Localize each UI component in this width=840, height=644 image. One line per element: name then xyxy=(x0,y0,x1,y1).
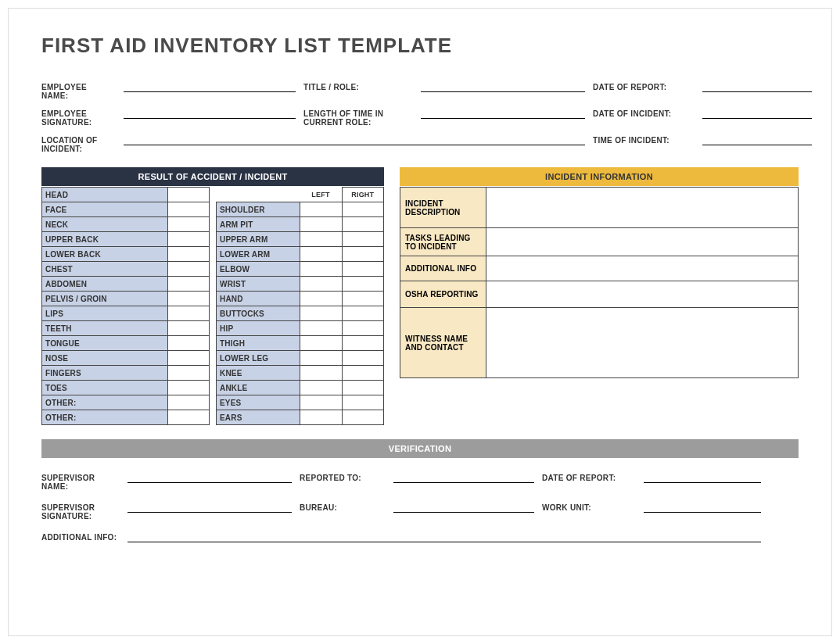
body-part-check[interactable] xyxy=(167,217,210,232)
body-part-left-check[interactable] xyxy=(300,202,343,217)
incident-info-table: INCIDENT DESCRIPTIONTASKS LEADING TO INC… xyxy=(400,187,799,378)
page: FIRST AID INVENTORY LIST TEMPLATE EMPLOY… xyxy=(8,8,832,636)
supervisor-name-field[interactable] xyxy=(127,469,292,483)
table-row: EYES xyxy=(217,395,384,410)
employee-name-label: EMPLOYEE NAME: xyxy=(41,77,116,100)
body-part-check[interactable] xyxy=(167,247,210,262)
body-part-label: LOWER BACK xyxy=(42,247,168,262)
body-part-check[interactable] xyxy=(167,306,210,321)
table-row: ADDITIONAL INFO xyxy=(400,256,799,281)
body-part-right-check[interactable] xyxy=(342,262,384,277)
body-part-check[interactable] xyxy=(167,381,210,395)
bureau-field[interactable] xyxy=(393,499,534,513)
body-part-label: LOWER LEG xyxy=(217,351,300,366)
incident-row-label: TASKS LEADING TO INCIDENT xyxy=(400,228,486,256)
body-part-label: NOSE xyxy=(42,351,168,366)
body-part-right-check[interactable] xyxy=(342,217,384,232)
supervisor-sig-label: SUPERVISOR SIGNATURE: xyxy=(41,499,120,521)
verification-section: VERIFICATION SUPERVISOR NAME: REPORTED T… xyxy=(41,439,799,542)
body-part-left-check[interactable] xyxy=(300,247,343,262)
location-incident-field[interactable] xyxy=(124,130,585,145)
body-part-left-check[interactable] xyxy=(300,292,343,306)
body-part-right-check[interactable] xyxy=(342,202,384,217)
body-part-check[interactable] xyxy=(167,366,210,381)
table-row: FACE xyxy=(42,202,210,217)
body-part-right-check[interactable] xyxy=(342,321,384,336)
verification-header: VERIFICATION xyxy=(41,439,799,458)
body-part-check[interactable] xyxy=(167,336,210,351)
body-part-label: THIGH xyxy=(217,336,300,351)
body-part-check[interactable] xyxy=(167,202,210,217)
body-part-check[interactable] xyxy=(167,410,210,425)
reported-to-field[interactable] xyxy=(393,469,534,483)
body-part-right-check[interactable] xyxy=(342,232,384,247)
body-part-left-check[interactable] xyxy=(300,321,343,336)
body-part-left-check[interactable] xyxy=(300,381,343,395)
body-part-check[interactable] xyxy=(167,321,210,336)
incident-row-field[interactable] xyxy=(486,281,799,308)
incident-row-field[interactable] xyxy=(486,256,799,281)
additional-info-field[interactable] xyxy=(127,528,761,542)
body-part-label: BUTTOCKS xyxy=(217,306,300,321)
body-part-right-check[interactable] xyxy=(342,381,384,395)
body-part-right-check[interactable] xyxy=(342,395,384,410)
date-report-field[interactable] xyxy=(702,77,812,92)
body-part-check[interactable] xyxy=(167,292,210,306)
body-part-check[interactable] xyxy=(167,351,210,366)
body-part-left-check[interactable] xyxy=(300,277,343,292)
incident-row-field[interactable] xyxy=(486,308,799,378)
table-row: INCIDENT DESCRIPTION xyxy=(400,188,799,228)
body-part-right-check[interactable] xyxy=(342,366,384,381)
table-row: SHOULDER xyxy=(217,202,384,217)
body-part-right-check[interactable] xyxy=(342,351,384,366)
table-row: LOWER BACK xyxy=(42,247,210,262)
body-part-check[interactable] xyxy=(167,277,210,292)
ver-date-report-field[interactable] xyxy=(644,469,761,483)
body-part-left-check[interactable] xyxy=(300,232,343,247)
body-part-left-check[interactable] xyxy=(300,395,343,410)
body-part-right-check[interactable] xyxy=(342,410,384,425)
bureau-label: BUREAU: xyxy=(300,499,386,521)
body-part-label: UPPER ARM xyxy=(217,232,300,247)
body-part-left-check[interactable] xyxy=(300,262,343,277)
table-row: OSHA REPORTING xyxy=(400,281,799,308)
body-part-left-check[interactable] xyxy=(300,336,343,351)
time-incident-field[interactable] xyxy=(702,130,812,145)
employee-name-field[interactable] xyxy=(124,77,296,92)
employee-sig-field[interactable] xyxy=(124,103,296,119)
reported-to-label: REPORTED TO: xyxy=(300,469,386,491)
body-part-right-check[interactable] xyxy=(342,247,384,262)
body-part-right-check[interactable] xyxy=(342,336,384,351)
body-part-left-check[interactable] xyxy=(300,366,343,381)
table-row: OTHER: xyxy=(42,410,210,425)
body-part-check[interactable] xyxy=(167,188,210,202)
table-header-row: LEFTRIGHT xyxy=(217,188,384,202)
supervisor-sig-field[interactable] xyxy=(127,499,292,513)
length-role-field[interactable] xyxy=(421,103,585,119)
body-part-right-check[interactable] xyxy=(342,277,384,292)
title-role-field[interactable] xyxy=(421,77,585,92)
body-part-left-check[interactable] xyxy=(300,306,343,321)
table-row: CHEST xyxy=(42,262,210,277)
table-row: HAND xyxy=(217,292,384,306)
body-part-left-check[interactable] xyxy=(300,217,343,232)
body-part-label: UPPER BACK xyxy=(42,232,168,247)
body-part-right-check[interactable] xyxy=(342,306,384,321)
work-unit-field[interactable] xyxy=(644,499,761,513)
body-part-check[interactable] xyxy=(167,232,210,247)
body-part-check[interactable] xyxy=(167,395,210,410)
table-row: OTHER: xyxy=(42,395,210,410)
date-incident-field[interactable] xyxy=(702,103,812,119)
incident-row-field[interactable] xyxy=(486,228,799,256)
body-part-left-check[interactable] xyxy=(300,351,343,366)
body-part-left-check[interactable] xyxy=(300,410,343,425)
table-row: WITNESS NAME AND CONTACT xyxy=(400,308,799,378)
incident-row-field[interactable] xyxy=(486,188,799,228)
body-part-label: FACE xyxy=(42,202,168,217)
table-row: TASKS LEADING TO INCIDENT xyxy=(400,228,799,256)
body-part-check[interactable] xyxy=(167,262,210,277)
body-part-right-check[interactable] xyxy=(342,292,384,306)
work-unit-label: WORK UNIT: xyxy=(542,499,636,521)
body-part-label: NECK xyxy=(42,217,168,232)
table-row: ANKLE xyxy=(217,381,384,395)
